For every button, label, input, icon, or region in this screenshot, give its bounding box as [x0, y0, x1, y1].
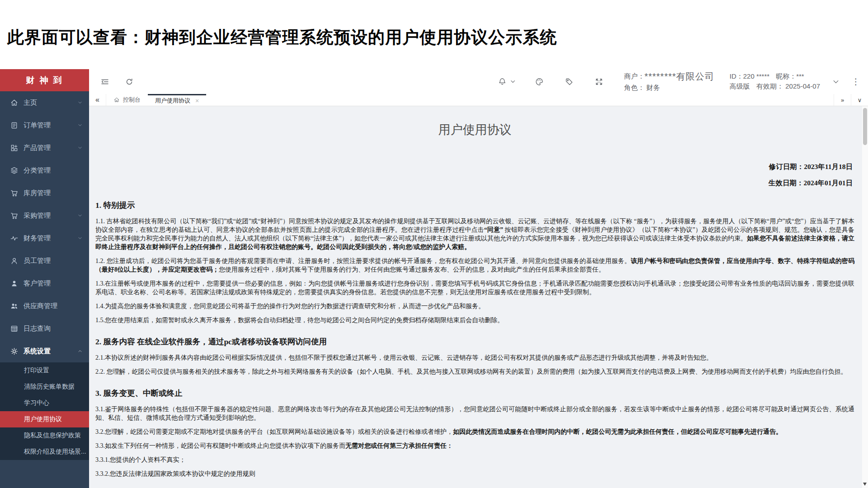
sidebar-item-label: 采购管理: [24, 211, 77, 220]
tag-icon[interactable]: [562, 75, 576, 89]
validity-label: 有效期：: [756, 82, 783, 90]
collapse-sidebar-icon[interactable]: [98, 75, 112, 89]
sidebar-subitem[interactable]: 权限介绍及使用场景...: [0, 444, 89, 460]
merchant-label: 商户：: [624, 72, 644, 81]
agreement-document: 用户使用协议 修订日期：2023年11月18日 生效日期：2024年01月01日…: [89, 106, 868, 488]
sidebar-item-label: 日志查询: [24, 324, 83, 333]
chevron-down-icon: [509, 75, 516, 89]
account-chevron-down-icon[interactable]: [829, 75, 843, 89]
sidebar-item[interactable]: 员工管理: [0, 249, 89, 272]
tab-label: 用户使用协议: [155, 97, 190, 105]
finance-icon: [10, 234, 24, 243]
chevron-up-icon: [77, 348, 83, 354]
text-run: 如因此类情况而造成服务在合理时间内的中断，屹团公司无需为此承担任何责任，但屹团公…: [453, 428, 782, 435]
sidebar-subitem[interactable]: 清除历史账单数据: [0, 379, 89, 395]
role-value: 财务: [646, 84, 660, 91]
agreement-paragraph: 3.1.鉴于网络服务的特殊性（包括但不限于服务器的稳定性问题、恶意的网络攻击等行…: [95, 405, 854, 422]
text-run: 3.2.您理解，屹团公司需要定期或不定期地对提供服务的平台（如互联网网站基础设施…: [95, 428, 453, 435]
effective-date: 生效日期：2024年01月01日: [95, 178, 853, 188]
document-title: 用户使用协议: [95, 122, 854, 138]
nickname-value: ***: [796, 72, 804, 81]
text-run: 1.4.为提高您的服务体验和满意度，您同意屹团公司将基于您的操作行为对您的行为数…: [95, 303, 485, 310]
tabs: 控制台用户使用协议×: [106, 94, 206, 106]
fullscreen-icon[interactable]: [592, 75, 606, 89]
main-area: 商户： ********有限公司 角色： 财务 ID： 220 ***** 昵称…: [89, 69, 868, 488]
sidebar-item-label: 系统设置: [24, 347, 77, 356]
supplier-icon: [10, 302, 24, 310]
sidebar-item[interactable]: 系统设置: [0, 340, 89, 362]
toolbar: 商户： ********有限公司 角色： 财务 ID： 220 ***** 昵称…: [89, 69, 868, 94]
chevron-down-icon: [77, 235, 83, 241]
order-icon: [10, 121, 24, 130]
text-run: 1.2. 您注册成功后，屹团公司将为您基于服务使用的客观需要而在申请、注册服务时…: [95, 258, 631, 264]
sidebar-item-label: 客户管理: [24, 279, 83, 288]
scroll-down-icon[interactable]: [863, 483, 867, 486]
nickname-label: 昵称：: [776, 72, 796, 81]
validity-value: 2025-04-07: [785, 82, 820, 90]
sidebar-subitem[interactable]: 打印设置: [0, 362, 89, 379]
agreement-paragraph: 3.3.1.您提供的个人资料不真实；: [95, 455, 854, 464]
category-icon: [10, 166, 24, 175]
more-options-icon[interactable]: ⋮: [851, 76, 861, 87]
sidebar-item[interactable]: 库房管理: [0, 182, 89, 204]
tabs-scroll-left-button[interactable]: «: [89, 94, 106, 106]
sidebar-item[interactable]: 供应商管理: [0, 295, 89, 317]
sidebar-subitem[interactable]: 学习中心: [0, 395, 89, 411]
sidebar-subitem[interactable]: 隐私及信息保护政策: [0, 427, 89, 444]
customer-icon: [10, 279, 24, 288]
sidebar-item[interactable]: 客户管理: [0, 272, 89, 295]
sidebar-item[interactable]: 订单管理: [0, 114, 89, 136]
refresh-icon[interactable]: [123, 75, 136, 89]
chevron-down-icon: [77, 122, 83, 128]
tab-1[interactable]: 用户使用协议×: [148, 94, 206, 106]
sidebar-item[interactable]: 主页: [0, 91, 89, 114]
chevron-down-icon: [77, 145, 83, 150]
document-dates: 修订日期：2023年11月18日 生效日期：2024年01月01日: [95, 162, 854, 188]
theme-palette-icon[interactable]: [533, 75, 546, 89]
sidebar-item[interactable]: 日志查询: [0, 317, 89, 340]
notifications-button[interactable]: [495, 75, 516, 89]
text-run: 2.1.本协议所述的财神到服务具体内容由屹团公司根据实际情况提供，包括但不限于授…: [95, 354, 712, 361]
merchant-info: 商户： ********有限公司 角色： 财务: [624, 71, 714, 92]
vertical-scrollbar[interactable]: [862, 106, 868, 488]
tabs-dropdown-button[interactable]: ∨: [851, 94, 868, 106]
sidebar-item-label: 主页: [24, 99, 77, 107]
sidebar-item-label: 订单管理: [24, 121, 77, 130]
tab-0[interactable]: 控制台: [106, 94, 148, 106]
text-run: 3.1.鉴于网络服务的特殊性（包括但不限于服务器的稳定性问题、恶意的网络攻击等行…: [95, 406, 854, 421]
sidebar-item[interactable]: 产品管理: [0, 136, 89, 159]
scrollbar-thumb[interactable]: [863, 108, 867, 145]
bell-icon: [495, 75, 509, 89]
sidebar: 财 神 到 主页订单管理产品管理分类管理库房管理采购管理财务管理员工管理客户管理…: [0, 69, 89, 488]
id-label: ID：: [730, 72, 743, 81]
warehouse-cart-icon: [10, 189, 24, 197]
brand-logo: 财 神 到: [0, 69, 89, 91]
page-caption: 此界面可以查看：财神到企业经营管理系统预设的用户使用协议公示系统: [7, 26, 557, 49]
role-label: 角色：: [624, 84, 644, 91]
text-run: 您使用服务过程中，须对其账号下使用服务的行为、对任何由您账号通过服务发布、公开的…: [219, 266, 605, 273]
tab-label: 控制台: [123, 96, 141, 104]
merchant-value: ********有限公司: [644, 71, 714, 82]
section-heading: 2. 服务内容 在线企业软件服务，通过pc或者移动设备联网访问使用: [95, 336, 854, 347]
sidebar-item[interactable]: 采购管理: [0, 204, 89, 227]
agreement-paragraph: 2.1.本协议所述的财神到服务具体内容由屹团公司根据实际情况提供，包括但不限于授…: [95, 353, 854, 362]
sidebar-subitem[interactable]: 用户使用协议: [0, 411, 89, 427]
sidebar-item[interactable]: 财务管理: [0, 227, 89, 249]
agreement-paragraph: 1.2. 您注册成功后，屹团公司将为您基于服务使用的客观需要而在申请、注册服务时…: [95, 257, 854, 274]
tabs-scroll-right-button[interactable]: »: [834, 94, 851, 106]
sidebar-item-label: 员工管理: [24, 257, 83, 265]
chevron-down-icon: [77, 213, 83, 218]
agreement-paragraph: 1.5.您在使用结束后，如需暂时或永久离开本服务，数据将会自动归档处理，待您与屹…: [95, 316, 854, 324]
tab-bar: « 控制台用户使用协议× » ∨: [89, 94, 868, 106]
text-run: 3.3.如发生下列任何一种情形，屹团公司有权随时中断或终止向您提供本协议项下的服…: [95, 442, 345, 449]
document-sections: 1. 特别提示1.1. 吉林省屹团科技有限公司（以下简称“我们”或“屹团”或“财…: [95, 200, 854, 478]
agreement-paragraph: 1.3.在注册帐号或使用本服务的过程中，您需要提供一些必要的信息，例如：为向您提…: [95, 279, 854, 296]
toolbar-left: [98, 75, 136, 89]
sidebar-item[interactable]: 分类管理: [0, 159, 89, 182]
toolbar-right: 商户： ********有限公司 角色： 财务 ID： 220 ***** 昵称…: [495, 71, 861, 92]
text-run: 3.3.2.您违反法律法规国家政策或本协议中规定的使用规则: [95, 470, 255, 477]
agreement-paragraph: 1.4.为提高您的服务体验和满意度，您同意屹团公司将基于您的操作行为对您的行为数…: [95, 302, 854, 310]
close-icon[interactable]: ×: [195, 97, 199, 104]
text-run: “同意”: [484, 226, 505, 233]
product-icon: [10, 144, 24, 152]
